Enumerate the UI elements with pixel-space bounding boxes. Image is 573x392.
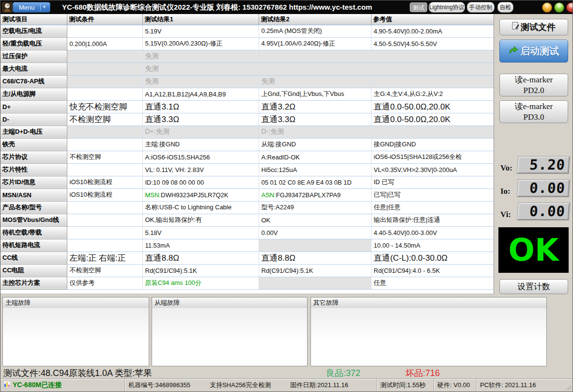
row-item-button[interactable]: 铁壳 [0, 138, 67, 151]
fault-panel-other-title: 其它故障 [311, 298, 546, 308]
cell-ref [371, 125, 494, 138]
app-window: Menu ▼ YC-680数据线故障诊断综合测试仪2022-专业版 刘春根: 1… [0, 0, 573, 392]
cell-text: Rd(C91/C94):5.1K [145, 267, 197, 274]
status-hardware-segment: 硬件: V0.00 [434, 379, 476, 392]
row-item-button[interactable]: 主控芯片方案 [0, 277, 67, 289]
file-edit-icon [512, 22, 519, 32]
close-button[interactable] [566, 2, 573, 13]
cell-r2: A:ReadID-OK [259, 151, 371, 163]
menu-button[interactable]: Menu ▼ [13, 2, 50, 13]
row-item-button[interactable]: D- [0, 113, 67, 125]
cell-cond [67, 214, 142, 226]
test-file-button[interactable]: 测试文件 [499, 19, 568, 35]
cell-text: VL: 0.11V, VH: 2.83V [145, 166, 204, 173]
cell-ref: 任意 [371, 277, 494, 289]
cell-text: 免测 [145, 77, 159, 85]
cell-ref: 4.40-5.40V|0.00-3.00V [371, 226, 494, 239]
cell-text: DWH93234PJ5LR7Q2K [161, 191, 228, 199]
row-item-button[interactable]: D+ [0, 100, 67, 113]
io-label: Io: [500, 187, 517, 196]
row-item-button[interactable]: 主/从电源脚 [0, 88, 67, 100]
fault-list-master[interactable] [3, 308, 149, 366]
row-item-button[interactable]: 最大电流 [0, 63, 67, 75]
results-table-wrap: 测试项目 测试条件 测试结果1 测试结果2 参考值 空载电压/电流5.19V0.… [0, 14, 494, 294]
cell-text: 免测 [145, 52, 159, 60]
row-item-button[interactable]: 芯片协议 [0, 151, 67, 163]
row-item-button[interactable]: 产品名称/型号 [0, 201, 67, 214]
cell-cond: 不检测空脚 [67, 151, 142, 163]
start-test-button[interactable]: 启动测试 [499, 40, 568, 63]
row-item-button[interactable]: 待机空载/带载 [0, 226, 67, 239]
cell-r1: 免测 [142, 50, 259, 63]
row-item-button[interactable]: 芯片特性 [0, 163, 67, 176]
col-header-reference: 参考值 [371, 14, 494, 25]
row-item-button[interactable]: 芯片ID/信息 [0, 176, 67, 188]
set-count-button[interactable]: 设置计数 [499, 279, 568, 294]
cell-r2 [259, 50, 371, 63]
good-count: 良品:372 [326, 367, 360, 379]
row-item-button[interactable]: 主端D+D-电压 [0, 125, 67, 138]
row-item-button[interactable]: 空载电压/电流 [0, 25, 67, 37]
cell-text: 主端:接GND [145, 141, 180, 148]
cell-text: 4.90-5.40V|0.00-2.00mA [374, 28, 442, 35]
cell-cond [67, 63, 142, 75]
cell-text: 5.15V(0.200A/0.230Ω)-修正 [145, 40, 223, 47]
read-emarker-pd20-button[interactable]: 读e-marker PD2.0 [499, 74, 568, 96]
read-emarker-pd30-button[interactable]: 读e-marker PD3.0 [499, 100, 568, 123]
cell-r2: 05 01 02 C0 8E A9 E4 03 0B 1D [259, 176, 371, 188]
cell-text: 不检测空脚 [70, 153, 101, 160]
cell-r2: 4.95V(1.00A/0.240Ω)-修正 [259, 37, 371, 50]
table-row: C68/C78-AP线免测免测 [0, 75, 494, 88]
cell-text: D- [2, 116, 9, 123]
cell-ref: 主G:4,主V:4,从G:2,从V:2 [371, 88, 494, 100]
row-item-button[interactable]: MOS管Vbus/Gnd线 [0, 214, 67, 226]
row-item-button[interactable]: 过压保护 [0, 50, 67, 63]
table-row: 空载电压/电流5.19V0.25mA (MOS管关闭)4.90-5.40V|0.… [0, 25, 494, 37]
cell-text: 直通8.8Ω [262, 253, 295, 263]
cell-r2: 直通3.3Ω [259, 113, 371, 125]
cell-ref [371, 75, 494, 88]
table-row: CC电阻不检测空脚Rd(C91/C94):5.1KRd(C91/C94):5.1… [0, 264, 494, 277]
fault-panel-slave: 从端故障 [152, 297, 308, 366]
fault-list-slave[interactable] [152, 308, 307, 366]
cell-text: 11.53mA [145, 242, 170, 249]
maximize-button[interactable] [554, 2, 564, 13]
cell-cond [67, 201, 142, 214]
table-row: D+快充不检测空脚直通3.1Ω直通3.2Ω直通0.0-50.0Ω,20.0K [0, 100, 494, 113]
fault-list-other[interactable] [311, 308, 546, 366]
col-header-result1: 测试结果1 [142, 14, 259, 25]
sha-support: 支持SHA256完全检测 [210, 381, 271, 390]
row-item-button[interactable]: 轻/重负载电压 [0, 37, 67, 50]
cell-cond [67, 163, 142, 176]
connection-status: YC-680M已连接 [13, 381, 62, 390]
row-item-button[interactable]: C68/C78-AP线 [0, 75, 67, 88]
vo-display: 5.20 [517, 157, 570, 173]
row-item-button[interactable]: 待机短路电流 [0, 239, 67, 251]
cell-text: 免测 [262, 77, 275, 85]
row-item-button[interactable]: MSN/ASN [0, 188, 67, 201]
resize-grip[interactable] [565, 384, 572, 391]
cell-text: VL<0.35V,VH>2.30V|0-200uA [374, 166, 457, 173]
table-row: 芯片协议不检测空脚A:iOS6-iOS15,SHA256A:ReadID-OKi… [0, 151, 494, 163]
cell-text: 4.50-5.50V|4.50-5.50V [374, 40, 437, 47]
cell-cond: iOS10检测流程 [67, 176, 142, 188]
row-item-button[interactable]: CC线 [0, 251, 67, 264]
cell-cond [67, 125, 142, 138]
table-row: D-不检测空脚直通3.3Ω直通3.3Ω直通0.0-50.0Ω,20.0K [0, 113, 494, 125]
cell-ref: 直通(C-L):0.0-30.0Ω [371, 251, 494, 264]
tab-test[interactable]: 测试 [410, 2, 427, 12]
row-item-button[interactable]: CC电阻 [0, 264, 67, 277]
tab-manual-control[interactable]: 手动控制 [467, 2, 495, 13]
minimize-button[interactable] [542, 2, 552, 13]
status-machine-segment: 机器编号:3468986355 支持SHA256完全检测 固件日期:2021.1… [125, 379, 376, 392]
cell-r1: 5.19V [142, 25, 259, 37]
cell-text: 直通(C-L):0.0-30.0Ω [374, 253, 448, 263]
tab-self-check[interactable]: 自检 [497, 2, 513, 13]
cell-r2: Hi5cc:125uA [259, 163, 371, 176]
cell-r1: ID:10 09 08 00 00 00 [142, 176, 259, 188]
cell-text: ID:10 09 08 00 00 00 [145, 179, 204, 186]
tab-lightning-protocol[interactable]: Lightning协议 [429, 2, 465, 13]
status-time-segment: 测试时间:1.55秒 [377, 379, 434, 392]
app-icon [2, 2, 13, 13]
menu-label: Menu [19, 4, 35, 11]
